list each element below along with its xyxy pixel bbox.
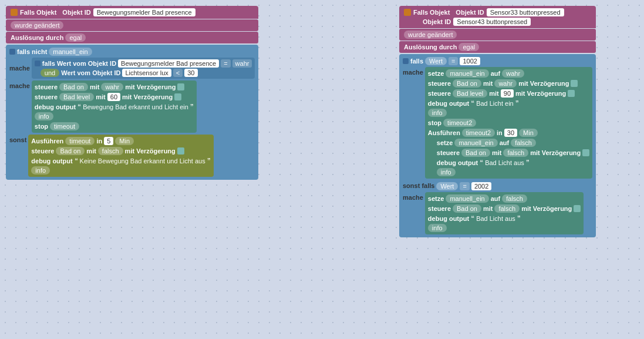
right-manuell-ein3[interactable]: manuell_ein (446, 194, 488, 203)
right-teal-container2: setze manuell_ein auf falsch steuere Bad… (425, 192, 584, 234)
left-header-icon (11, 9, 18, 16)
left-egal-label[interactable]: egal (65, 33, 86, 42)
left-info-label[interactable]: info (35, 112, 53, 120)
right-falsch1[interactable]: falsch (511, 139, 536, 147)
left-falls-label: Falls Objekt (20, 9, 56, 16)
right-value-1002[interactable]: 1002 (460, 57, 480, 65)
right-bad-on1[interactable]: Bad on (453, 79, 481, 88)
right-min-label[interactable]: Min (519, 129, 538, 137)
left-sonst-label: sonst (9, 136, 26, 143)
right-falls-label: Falls Objekt (413, 9, 450, 16)
right-falsch3[interactable]: falsch (502, 194, 527, 203)
left-wahr1[interactable]: wahr (101, 83, 123, 91)
right-sonst-falls-condition: Wert = 2002 (436, 182, 491, 190)
right-value-30[interactable]: 30 (504, 129, 517, 137)
right-mache2-row: mache setze manuell_ein auf falsch steue… (403, 192, 592, 234)
right-info1-label[interactable]: info (428, 109, 447, 117)
left-debug2-label: debug output (31, 157, 72, 165)
right-delay-icon2 (568, 90, 575, 97)
right-manuell-ein1[interactable]: manuell_ein (446, 69, 488, 78)
left-falsch-label[interactable]: falsch (98, 147, 123, 155)
right-objekt-id-value2[interactable]: Sensor43 buttonpressed (453, 18, 531, 26)
right-info1-row: info (428, 109, 589, 117)
right-value-90[interactable]: 90 (501, 89, 514, 98)
right-falsch2[interactable]: falsch (503, 149, 528, 157)
right-main-container: falls Wert = 1002 mache setze manuell_ei… (399, 54, 596, 237)
left-less-than-op[interactable]: < (173, 69, 183, 77)
right-falsch4[interactable]: falsch (494, 204, 520, 213)
left-steuere2-label: steuere (35, 93, 58, 100)
right-wert-label[interactable]: Wert (425, 57, 447, 65)
right-wert2-label[interactable]: Wert (436, 182, 458, 190)
right-value-2002[interactable]: 2002 (471, 182, 491, 190)
right-setze2-label: setze (437, 139, 453, 146)
left-steuere1-label: steuere (35, 83, 58, 90)
left-mit3-label: mit (86, 147, 96, 155)
left-min-label[interactable]: Min (115, 137, 134, 145)
right-setze1-label: setze (428, 70, 444, 77)
right-bad-level1[interactable]: Bad level (453, 89, 487, 98)
left-steuere3-row: steuere Bad on mit falsch mit Verzögerun… (31, 147, 210, 155)
right-falls-header: Falls Objekt Objekt ID Sensor33 buttonpr… (399, 6, 596, 28)
right-steuere4-label: steuere (428, 205, 451, 212)
right-wahr1[interactable]: wahr (502, 69, 524, 78)
right-sonst-falls-label: sonst falls (403, 182, 434, 189)
left-bad-level1[interactable]: Bad level (59, 93, 94, 101)
right-stop-row: stop timeout2 (428, 119, 589, 127)
left-bad-on1[interactable]: Bad on (59, 83, 88, 91)
right-teal-container: setze manuell_ein auf wahr steuere Bad o… (425, 67, 592, 179)
left-wert2-label: Wert (61, 69, 75, 76)
left-bewegung-text: Bewegung Bad erkannt und Licht ein (83, 103, 188, 110)
left-mit1-label: mit (90, 83, 100, 90)
left-info2-label[interactable]: info (31, 166, 50, 174)
left-falls-icon (9, 49, 15, 55)
left-inner-falls-block: falls Wert vom Objekt ID Bewegungsmelder… (32, 58, 255, 79)
right-auf3-label: auf (491, 195, 501, 202)
right-equals2-op[interactable]: = (460, 182, 469, 190)
left-bewegungsmelder-value[interactable]: Bewegungsmelder Bad presence (118, 59, 219, 68)
right-bad-licht-aus2-text: Bad Licht aus (476, 215, 515, 222)
right-debug3-row: debug output ❝ Bad Licht aus ❞ (428, 214, 581, 222)
right-info3-label[interactable]: info (428, 224, 447, 232)
left-equals-op[interactable]: = (221, 59, 230, 68)
right-info2-label[interactable]: info (437, 168, 456, 176)
right-stop-label: stop (428, 119, 441, 126)
left-steuere1-row: steuere Bad on mit wahr mit Verzögerung (35, 83, 194, 91)
right-egal-label[interactable]: egal (458, 43, 479, 51)
left-manuell-ein[interactable]: manuell_ein (49, 48, 92, 56)
left-info2-row: info (31, 166, 210, 174)
right-mit-verz1: mit Verzögerung (518, 80, 569, 87)
right-bad-on3[interactable]: Bad on (453, 204, 481, 213)
right-timeout2-label[interactable]: timeout2 (443, 119, 476, 127)
left-value-30[interactable]: 30 (184, 69, 197, 77)
left-stop-label: stop (35, 123, 48, 130)
left-wahr-value[interactable]: wahr (232, 59, 252, 68)
right-bad-on2[interactable]: Bad on (461, 149, 490, 157)
right-setze1-row: setze manuell_ein auf wahr (428, 69, 589, 78)
right-info2-row: info (437, 168, 589, 176)
left-wurde-geaendert-label[interactable]: wurde geändert (11, 21, 63, 29)
left-value-5[interactable]: 5 (104, 137, 113, 145)
right-wahr2[interactable]: wahr (494, 79, 517, 88)
right-ausfuehren-row: Ausführen timeout2 in 30 Min (428, 129, 589, 137)
right-timeout2-exec-label[interactable]: timeout2 (462, 129, 495, 137)
left-nicht-keyword: nicht (32, 48, 47, 55)
left-debug-row: debug output ❝ Bewegung Bad erkannt und … (35, 103, 194, 110)
left-bad-on2[interactable]: Bad on (56, 147, 85, 155)
left-timeout2-label[interactable]: timeout (65, 137, 95, 145)
left-value-60[interactable]: 60 (107, 93, 120, 101)
left-lichtsensor-value[interactable]: Lichtsensor lux (122, 69, 171, 77)
right-manuell-ein2[interactable]: manuell_ein (454, 139, 497, 147)
right-delay-icon4 (574, 205, 581, 212)
right-falls-row: falls Wert = 1002 (403, 57, 592, 65)
left-mit-verz2: mit Verzögerung (122, 93, 173, 100)
left-olive-container: Ausführen timeout in 5 Min steuere Bad o… (28, 135, 213, 177)
left-timeout-label[interactable]: timeout (50, 122, 79, 130)
left-objekt-id-value[interactable]: Bewegungsmelder Bad presence (93, 8, 195, 16)
right-equals-op[interactable]: = (449, 57, 458, 65)
left-ausloesung-label: Auslösung durch (11, 34, 63, 41)
right-objekt-id-value1[interactable]: Sensor33 buttonpressed (487, 8, 564, 16)
left-und-label[interactable]: und (41, 69, 59, 77)
right-wurde-geaendert-label[interactable]: wurde geändert (404, 31, 457, 39)
left-und-row: und Wert vom Objekt ID Lichtsensor lux <… (41, 69, 252, 77)
